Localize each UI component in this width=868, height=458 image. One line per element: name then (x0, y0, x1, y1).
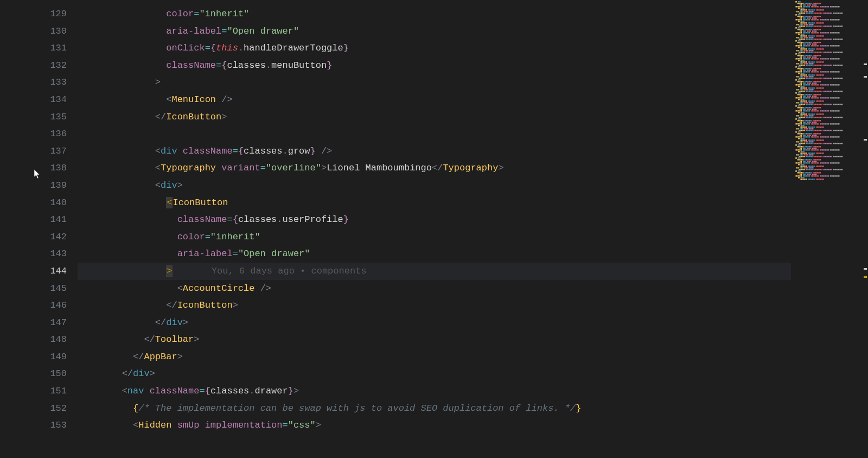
line-number: 134 (37, 91, 67, 109)
line-number: 135 (37, 109, 67, 126)
line-number: 149 (37, 348, 67, 366)
fold-gutter (0, 0, 37, 458)
line-number: 136 (37, 125, 67, 143)
code-line[interactable]: aria-label="Open drawer" (78, 245, 868, 263)
code-line[interactable]: > (78, 74, 868, 91)
scroll-marker (864, 276, 867, 278)
code-line[interactable]: <nav className={classes.drawer}> (78, 383, 868, 400)
minimap-content: ███ ████ ████████ █████████ ██████████ █… (791, 0, 861, 181)
code-line[interactable]: color="inherit" (78, 5, 868, 23)
code-line[interactable]: onClick={this.handleDrawerToggle} (78, 40, 868, 57)
line-number: 153 (37, 417, 67, 434)
scroll-marker (864, 139, 867, 141)
line-number: 137 (37, 143, 67, 160)
code-line[interactable]: <div> (78, 177, 868, 194)
line-number: 130 (37, 23, 67, 40)
line-number: 131 (37, 40, 67, 57)
line-number: 138 (37, 160, 67, 177)
line-number-gutter: 1291301311321331341351361371381391401411… (37, 0, 78, 458)
code-line[interactable]: color="inherit" (78, 228, 868, 246)
line-number: 151 (37, 383, 67, 400)
scroll-marker (864, 76, 867, 78)
code-line[interactable]: <AccountCircle /> (78, 280, 868, 297)
code-line[interactable]: <MenuIcon /> (78, 91, 868, 109)
line-number: 142 (37, 228, 67, 246)
line-number: 146 (37, 297, 67, 314)
line-number: 129 (37, 5, 67, 23)
line-number: 143 (37, 245, 67, 263)
code-line[interactable]: </IconButton> (78, 297, 868, 314)
code-line[interactable]: aria-label="Open drawer" (78, 23, 868, 40)
line-number: 133 (37, 74, 67, 91)
code-line[interactable]: </Toolbar> (78, 331, 868, 348)
line-number: 147 (37, 314, 67, 332)
line-number: 150 (37, 365, 67, 383)
line-number: 132 (37, 57, 67, 74)
line-number: 148 (37, 331, 67, 348)
line-number: 144 (37, 263, 67, 280)
code-line[interactable]: <Hidden smUp implementation="css"> (78, 417, 868, 434)
code-editor[interactable]: 1291301311321331341351361371381391401411… (0, 0, 868, 458)
code-line[interactable]: </div> (78, 365, 868, 383)
scroll-marker (864, 268, 867, 270)
line-number: 152 (37, 400, 67, 417)
code-line[interactable]: > You, 6 days ago • components (78, 263, 868, 280)
code-line[interactable]: </IconButton> (78, 109, 868, 126)
code-line[interactable]: <Typography variant="overline">Lionel Ma… (78, 160, 868, 177)
code-line[interactable]: className={classes.menuButton} (78, 57, 868, 74)
line-number: 141 (37, 211, 67, 228)
code-line[interactable]: {/* The implementation can be swap with … (78, 400, 868, 417)
code-line[interactable] (78, 125, 868, 143)
code-line[interactable]: className={classes.userProfile} (78, 211, 868, 228)
line-number: 140 (37, 194, 67, 212)
code-line[interactable]: </AppBar> (78, 348, 868, 366)
line-number: 145 (37, 280, 67, 297)
line-number: 139 (37, 177, 67, 194)
vertical-scrollbar[interactable] (861, 0, 868, 458)
scroll-marker (864, 63, 867, 65)
code-line[interactable]: </div> (78, 314, 868, 332)
code-line[interactable]: <div className={classes.grow} /> (78, 143, 868, 160)
code-content[interactable]: color="inherit" aria-label="Open drawer"… (78, 0, 868, 458)
code-line[interactable]: <IconButton (78, 194, 868, 212)
minimap[interactable]: ███ ████ ████████ █████████ ██████████ █… (791, 0, 861, 458)
